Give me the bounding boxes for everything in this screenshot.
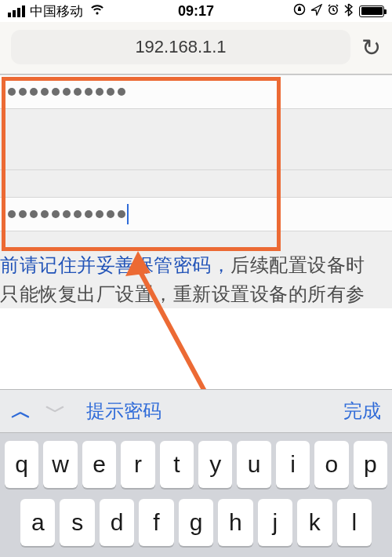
- hint-rest-1: 后续配置设备时: [230, 254, 365, 275]
- status-left: 中国移动: [8, 2, 105, 20]
- key-w[interactable]: w: [43, 441, 77, 488]
- password-input-2[interactable]: [0, 197, 392, 231]
- key-s[interactable]: s: [60, 499, 94, 546]
- done-button[interactable]: 完成: [343, 399, 381, 424]
- key-k[interactable]: k: [297, 499, 332, 546]
- key-p[interactable]: p: [354, 441, 387, 488]
- key-j[interactable]: j: [258, 499, 292, 546]
- hint-line-2: 只能恢复出厂设置，重新设置设备的所有参: [0, 283, 365, 304]
- clock: 09:17: [178, 3, 214, 20]
- password-input-1[interactable]: [0, 75, 392, 109]
- key-y[interactable]: y: [198, 441, 232, 488]
- keyboard-row-2: asdfghjkl: [5, 499, 387, 546]
- key-r[interactable]: r: [121, 441, 154, 488]
- key-q[interactable]: q: [5, 441, 38, 488]
- key-f[interactable]: f: [139, 499, 173, 546]
- status-right: [293, 3, 384, 20]
- alarm-icon: [327, 3, 339, 19]
- status-bar: 中国移动 09:17: [0, 0, 392, 22]
- battery-icon: [359, 5, 384, 17]
- bluetooth-icon: [344, 3, 353, 20]
- key-o[interactable]: o: [314, 441, 348, 488]
- password-form: [0, 75, 392, 231]
- key-u[interactable]: u: [237, 441, 270, 488]
- hint-text: 前请记住并妥善保管密码，后续配置设备时 只能恢复出厂设置，重新设置设备的所有参: [0, 231, 392, 308]
- key-a[interactable]: a: [20, 499, 55, 546]
- password-suggestion-button[interactable]: 提示密码: [86, 399, 162, 424]
- form-spacer-2: [0, 170, 392, 197]
- text-caret: [127, 204, 129, 224]
- key-l[interactable]: l: [337, 499, 372, 546]
- key-g[interactable]: g: [179, 499, 213, 546]
- prev-field-button[interactable]: ︿: [11, 398, 31, 425]
- form-spacer: [0, 109, 392, 170]
- hint-strong: 前请记住并妥善保管密码，: [0, 254, 230, 275]
- password-mask-1: [8, 88, 125, 96]
- location-icon: [310, 4, 322, 19]
- url-text: 192.168.1.1: [135, 37, 226, 57]
- key-h[interactable]: h: [218, 499, 252, 546]
- key-t[interactable]: t: [160, 441, 194, 488]
- url-field[interactable]: 192.168.1.1: [11, 30, 350, 64]
- key-i[interactable]: i: [276, 441, 310, 488]
- browser-url-bar: 192.168.1.1 ↻: [0, 22, 392, 75]
- reload-button[interactable]: ↻: [361, 34, 381, 61]
- orientation-lock-icon: [293, 3, 306, 19]
- keyboard-accessory-bar: ︿ ﹀ 提示密码 完成: [0, 389, 392, 433]
- page-content: 前请记住并妥善保管密码，后续配置设备时 只能恢复出厂设置，重新设置设备的所有参: [0, 75, 392, 308]
- next-field-button[interactable]: ﹀: [45, 398, 66, 425]
- keyboard-row-1: qwertyuiop: [5, 441, 387, 488]
- carrier-label: 中国移动: [30, 2, 83, 20]
- keyboard: qwertyuiop asdfghjkl: [0, 433, 392, 557]
- key-d[interactable]: d: [100, 499, 134, 546]
- password-mask-2: [8, 210, 125, 218]
- key-e[interactable]: e: [82, 441, 116, 488]
- wifi-icon: [89, 3, 105, 20]
- signal-icon: [8, 5, 25, 17]
